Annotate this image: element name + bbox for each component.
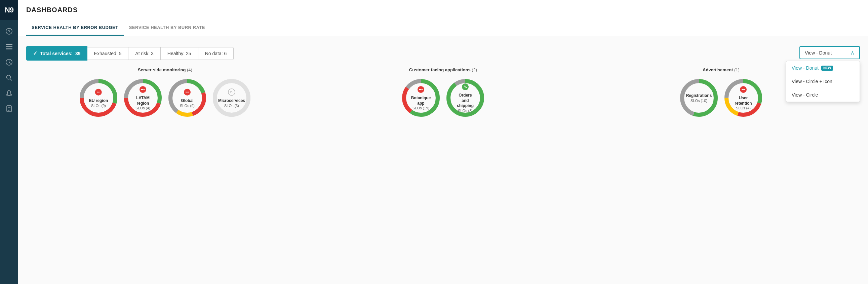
donut-center-2-0: RegistrationsSLOs (10) — [686, 93, 712, 103]
stats-bar: ✓ Total services: 39 Exhausted: 5 At ris… — [26, 46, 860, 61]
service-name-2-1: User retention — [733, 95, 753, 106]
tabs-bar: SERVICE HEALTH BY ERROR BUDGET SERVICE H… — [18, 20, 868, 36]
svg-line-7 — [9, 62, 10, 63]
svg-rect-11 — [7, 106, 11, 112]
sidebar-icon-bell[interactable] — [3, 87, 16, 100]
donut-item-2-1[interactable]: !User retentionSLOs (4) — [723, 78, 764, 118]
healthy-label: Healthy: — [167, 51, 185, 56]
service-slo-0-3: SLOs (3) — [224, 103, 239, 107]
service-name-0-3: Microservices — [218, 98, 245, 104]
logo-text: N9 — [5, 6, 13, 15]
service-groups: Server-side monitoring (4)!EU regionSLOs… — [26, 67, 860, 118]
total-label: Total services: — [40, 51, 72, 56]
donut-center-2-1: !User retentionSLOs (4) — [733, 86, 753, 110]
donut-item-0-0[interactable]: !EU regionSLOs (9) — [78, 78, 119, 118]
service-slo-1-0: SLOs (19) — [412, 106, 429, 110]
dropdown-item-circle-label: View - Circle — [792, 92, 818, 97]
sidebar-icon-list[interactable] — [3, 40, 16, 53]
svg-text:!: ! — [418, 89, 424, 90]
donut-wrapper-1-1: ✓Orders and shippingSLOs (3) — [445, 78, 486, 118]
view-dropdown-container: View - Donut ∧ View - Donut New View - C… — [799, 46, 860, 59]
donut-wrapper-1-0: !Botanique appSLOs (19) — [401, 78, 441, 118]
dropdown-item-donut[interactable]: View - Donut New — [786, 61, 860, 75]
service-slo-0-1: SLOs (4) — [135, 106, 150, 110]
dropdown-item-donut-label: View - Donut — [792, 65, 818, 71]
service-slo-0-2: SLOs (9) — [180, 103, 195, 107]
donut-wrapper-2-1: !User retentionSLOs (4) — [723, 78, 764, 118]
donuts-row-1: !Botanique appSLOs (19)✓Orders and shipp… — [308, 78, 579, 118]
svg-text:!: ! — [741, 89, 746, 90]
service-slo-2-0: SLOs (10) — [690, 98, 707, 103]
svg-line-9 — [10, 79, 12, 81]
service-slo-1-1: SLOs (3) — [458, 109, 473, 113]
stat-at-risk[interactable]: At risk: 3 — [128, 47, 160, 60]
service-slo-2-1: SLOs (4) — [736, 106, 751, 110]
view-dropdown-button[interactable]: View - Donut ∧ — [799, 46, 860, 59]
view-dropdown-label: View - Donut — [805, 50, 832, 56]
sidebar-icon-document[interactable] — [3, 102, 16, 115]
donut-wrapper-0-2: !GlobalSLOs (9) — [167, 78, 208, 118]
service-status-icon-2-1: ! — [740, 86, 747, 95]
donut-center-0-0: !EU regionSLOs (9) — [89, 88, 108, 108]
service-status-icon-1-0: ! — [417, 86, 425, 95]
sidebar: N9 ? — [0, 0, 18, 284]
service-slo-0-0: SLOs (9) — [91, 103, 106, 107]
donut-center-0-2: !GlobalSLOs (9) — [180, 88, 195, 108]
donut-wrapper-0-0: !EU regionSLOs (9) — [78, 78, 119, 118]
no-data-value: 6 — [224, 51, 226, 56]
donut-wrapper-2-0: RegistrationsSLOs (10) — [679, 78, 719, 118]
donut-wrapper-0-1: !LATAM regionSLOs (4) — [123, 78, 163, 118]
donuts-row-0: !EU regionSLOs (9)!LATAM regionSLOs (4)!… — [30, 78, 301, 118]
healthy-value: 25 — [186, 51, 191, 56]
svg-text:?: ? — [8, 29, 10, 34]
group-title-0: Server-side monitoring (4) — [30, 67, 301, 72]
sidebar-icon-search[interactable] — [3, 71, 16, 84]
service-status-icon-0-0: ! — [95, 88, 102, 97]
tab-error-budget[interactable]: SERVICE HEALTH BY ERROR BUDGET — [26, 20, 124, 36]
at-risk-value: 3 — [151, 51, 154, 56]
stat-total[interactable]: ✓ Total services: 39 — [26, 46, 87, 61]
donut-center-0-1: !LATAM regionSLOs (4) — [133, 86, 153, 110]
donut-item-1-0[interactable]: !Botanique appSLOs (19) — [401, 78, 441, 118]
sidebar-icon-clock[interactable] — [3, 56, 16, 69]
at-risk-label: At risk: — [135, 51, 150, 56]
donut-item-1-1[interactable]: ✓Orders and shippingSLOs (3) — [445, 78, 486, 118]
service-name-0-0: EU region — [89, 98, 108, 104]
donut-item-0-2[interactable]: !GlobalSLOs (9) — [167, 78, 208, 118]
app-logo[interactable]: N9 — [0, 0, 18, 20]
exhausted-label: Exhausted: — [94, 51, 118, 56]
donut-center-1-1: ✓Orders and shippingSLOs (3) — [455, 83, 475, 113]
main-content: DASHBOARDS SERVICE HEALTH BY ERROR BUDGE… — [18, 0, 868, 284]
tab-burn-rate[interactable]: SERVICE HEALTH BY BURN RATE — [124, 20, 211, 36]
service-name-0-2: Global — [181, 98, 193, 104]
service-status-icon-0-3: ? — [228, 88, 235, 97]
service-name-2-0: Registrations — [686, 93, 712, 98]
donut-item-0-1[interactable]: !LATAM regionSLOs (4) — [123, 78, 163, 118]
stat-no-data[interactable]: No data: 6 — [198, 47, 234, 60]
dropdown-item-circle-icon[interactable]: View - Circle + Icon — [786, 75, 860, 88]
group-title-1: Customer-facing applications (2) — [308, 67, 579, 72]
donut-center-0-3: ?MicroservicesSLOs (3) — [218, 88, 245, 108]
stat-healthy[interactable]: Healthy: 25 — [161, 47, 198, 60]
donut-center-1-0: !Botanique appSLOs (19) — [411, 86, 431, 110]
donut-item-0-3[interactable]: ?MicroservicesSLOs (3) — [212, 78, 252, 118]
page-title: DASHBOARDS — [26, 6, 78, 14]
dropdown-item-circle-icon-label: View - Circle + Icon — [792, 79, 832, 84]
svg-text:?: ? — [229, 91, 234, 93]
svg-text:!: ! — [96, 91, 101, 93]
service-name-1-0: Botanique app — [411, 95, 431, 106]
stat-exhausted[interactable]: Exhausted: 5 — [87, 47, 129, 60]
exhausted-value: 5 — [119, 51, 122, 56]
service-status-icon-1-1: ✓ — [462, 83, 469, 92]
svg-point-8 — [7, 75, 11, 79]
dropdown-item-circle[interactable]: View - Circle — [786, 88, 860, 102]
view-dropdown-menu: View - Donut New View - Circle + Icon Vi… — [786, 61, 860, 102]
content-area: ✓ Total services: 39 Exhausted: 5 At ris… — [18, 36, 868, 284]
sidebar-icon-question[interactable]: ? — [3, 25, 16, 38]
donut-item-2-0[interactable]: RegistrationsSLOs (10) — [679, 78, 719, 118]
service-group-1: Customer-facing applications (2)!Botaniq… — [304, 67, 582, 118]
service-name-0-1: LATAM region — [133, 95, 153, 106]
service-name-1-1: Orders and shipping — [455, 93, 475, 109]
svg-text:!: ! — [185, 91, 190, 93]
service-group-0: Server-side monitoring (4)!EU regionSLOs… — [26, 67, 304, 118]
